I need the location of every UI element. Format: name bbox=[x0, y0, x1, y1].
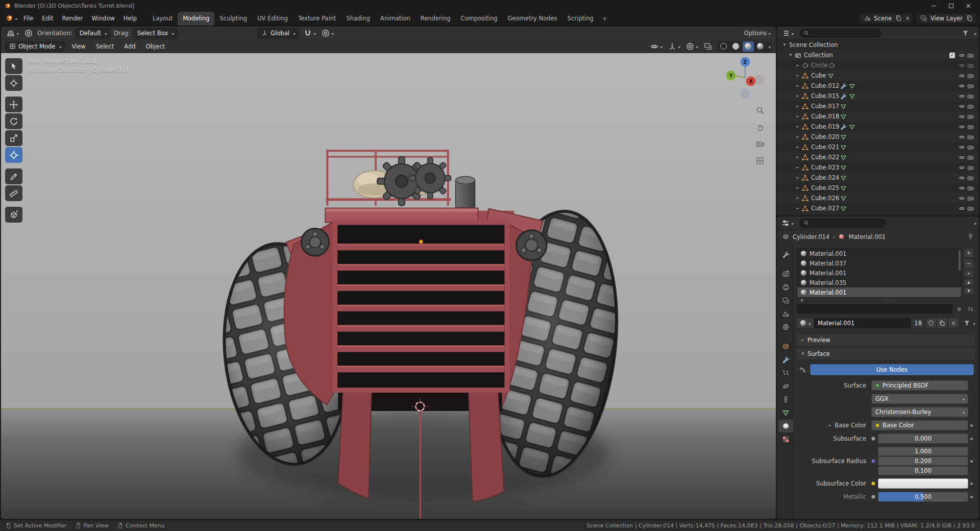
shading-rendered-button[interactable] bbox=[755, 41, 766, 52]
browse-material-button[interactable] bbox=[797, 318, 814, 328]
gizmo-neg-z-ball[interactable] bbox=[741, 89, 750, 98]
add-menu[interactable]: Add bbox=[120, 42, 139, 51]
tab-world[interactable] bbox=[778, 321, 793, 333]
preview-panel-header[interactable]: Preview bbox=[797, 334, 975, 346]
tab-texture-paint[interactable]: Texture Paint bbox=[293, 12, 341, 26]
outliner-item[interactable]: Cube.022 bbox=[777, 152, 979, 162]
tool-cursor-button[interactable] bbox=[5, 75, 22, 91]
disable-render-icon[interactable] bbox=[966, 205, 975, 212]
hide-viewport-icon[interactable] bbox=[958, 73, 966, 79]
tank-right-hub[interactable] bbox=[517, 230, 547, 260]
hide-viewport-icon[interactable] bbox=[958, 175, 966, 181]
material-slot-selected[interactable]: Material.001 bbox=[797, 287, 961, 297]
overlays-dropdown[interactable] bbox=[684, 41, 699, 52]
expand-icon[interactable] bbox=[794, 155, 801, 159]
tool-annotate-button[interactable] bbox=[5, 168, 22, 184]
expand-icon[interactable] bbox=[794, 84, 801, 88]
hide-viewport-icon[interactable] bbox=[958, 83, 966, 89]
xray-toggle[interactable] bbox=[702, 41, 714, 52]
subsurface-radius-z[interactable]: 0.100 bbox=[878, 466, 968, 475]
outliner-root-row[interactable]: Scene Collection bbox=[777, 40, 979, 50]
decorator-dot[interactable] bbox=[968, 496, 975, 498]
expand-icon[interactable] bbox=[794, 176, 801, 180]
tab-scripting[interactable]: Scripting bbox=[562, 12, 599, 26]
pin-icon[interactable] bbox=[966, 233, 975, 240]
tab-tool[interactable] bbox=[778, 248, 793, 261]
tab-rendering[interactable]: Rendering bbox=[415, 12, 456, 26]
disable-render-icon[interactable] bbox=[966, 134, 975, 140]
tab-constraints[interactable] bbox=[778, 393, 793, 406]
tab-material[interactable] bbox=[778, 420, 793, 432]
outliner-item[interactable]: Cube.021 bbox=[777, 142, 979, 152]
expand-icon[interactable] bbox=[794, 196, 801, 200]
hide-viewport-icon[interactable] bbox=[958, 93, 966, 100]
tab-texture[interactable] bbox=[778, 433, 793, 446]
view-layer-selector[interactable]: View Layer bbox=[916, 13, 977, 23]
disable-render-icon[interactable] bbox=[966, 195, 975, 202]
disable-render-icon[interactable] bbox=[966, 154, 975, 161]
hide-viewport-icon[interactable] bbox=[958, 195, 966, 202]
disable-render-icon[interactable] bbox=[966, 185, 975, 191]
tab-scene[interactable] bbox=[778, 307, 793, 320]
add-workspace-button[interactable]: + bbox=[599, 12, 611, 26]
disable-render-icon[interactable] bbox=[966, 93, 975, 100]
tab-compositing[interactable]: Compositing bbox=[455, 12, 502, 26]
tab-view-layer[interactable] bbox=[778, 294, 793, 307]
hide-viewport-icon[interactable] bbox=[958, 185, 966, 191]
pan-button[interactable] bbox=[754, 121, 766, 133]
subsurface-color-swatch[interactable] bbox=[878, 478, 968, 489]
expand-icon[interactable] bbox=[794, 74, 801, 78]
tab-render[interactable] bbox=[778, 268, 793, 280]
expand-icon[interactable] bbox=[794, 125, 801, 129]
tool-measure-button[interactable] bbox=[5, 185, 22, 201]
hide-viewport-icon[interactable] bbox=[958, 144, 966, 151]
tab-shading[interactable]: Shading bbox=[341, 12, 375, 26]
decorator-dot[interactable] bbox=[968, 460, 975, 463]
expand-icon[interactable] bbox=[794, 63, 801, 67]
material-slot[interactable]: Material.001 bbox=[797, 249, 961, 258]
expand-icon[interactable] bbox=[794, 135, 801, 139]
disable-render-icon[interactable] bbox=[966, 52, 975, 59]
filter-invert-icon[interactable] bbox=[954, 306, 964, 312]
mode-dropdown[interactable]: Object Mode bbox=[5, 41, 65, 52]
tool-rotate-button[interactable] bbox=[5, 113, 22, 129]
tab-particles[interactable] bbox=[778, 367, 793, 379]
menu-file[interactable]: File bbox=[19, 13, 37, 23]
tool-add-cube-button[interactable] bbox=[5, 207, 22, 223]
material-filter-icon[interactable] bbox=[963, 320, 972, 326]
tab-uv-editing[interactable]: UV Editing bbox=[252, 12, 293, 26]
outliner-item[interactable]: Circle bbox=[777, 60, 979, 70]
gizmo-y-ball[interactable]: Y bbox=[726, 71, 736, 81]
minimize-button[interactable] bbox=[926, 1, 941, 10]
collection-checkbox[interactable] bbox=[949, 53, 955, 58]
tank-left-hub[interactable] bbox=[301, 228, 329, 256]
drag-dropdown[interactable]: Select Box bbox=[133, 28, 178, 38]
viewport-3d[interactable]: User Perspective (Local) (0) Scene Colle… bbox=[1, 53, 776, 519]
material-slot[interactable]: Material.035 bbox=[797, 278, 961, 287]
viewport-3d-scene[interactable] bbox=[1, 53, 776, 519]
unlink-material-button[interactable] bbox=[948, 318, 959, 328]
orientation-dropdown[interactable]: Default bbox=[76, 28, 111, 38]
zoom-button[interactable] bbox=[754, 104, 766, 116]
menu-help[interactable]: Help bbox=[119, 13, 141, 23]
tank-exhaust-cylinder[interactable] bbox=[456, 176, 475, 207]
tab-object-data[interactable] bbox=[778, 406, 793, 419]
hide-viewport-icon[interactable] bbox=[958, 124, 966, 130]
filter-sort-icon[interactable] bbox=[966, 306, 975, 312]
disable-render-icon[interactable] bbox=[966, 164, 975, 171]
blender-menu-button[interactable] bbox=[3, 14, 19, 22]
navigation-gizmo[interactable]: Z Y X bbox=[722, 54, 769, 101]
expand-icon[interactable] bbox=[794, 145, 801, 149]
outliner-search-input[interactable] bbox=[799, 29, 880, 38]
use-nodes-button[interactable]: Use Nodes bbox=[810, 364, 974, 375]
filter-toggle-icon[interactable] bbox=[798, 299, 805, 303]
hide-viewport-icon[interactable] bbox=[958, 52, 966, 59]
tool-scale-button[interactable] bbox=[5, 130, 22, 146]
outliner-item[interactable]: Cube.027 bbox=[777, 203, 979, 213]
shading-material-button[interactable] bbox=[743, 41, 754, 52]
proportional-editing-toggle[interactable] bbox=[320, 28, 335, 38]
material-slot[interactable]: Material.037 bbox=[797, 258, 961, 268]
expand-icon[interactable] bbox=[794, 94, 801, 98]
hide-viewport-icon[interactable] bbox=[958, 134, 966, 140]
object-menu[interactable]: Object bbox=[142, 42, 168, 51]
